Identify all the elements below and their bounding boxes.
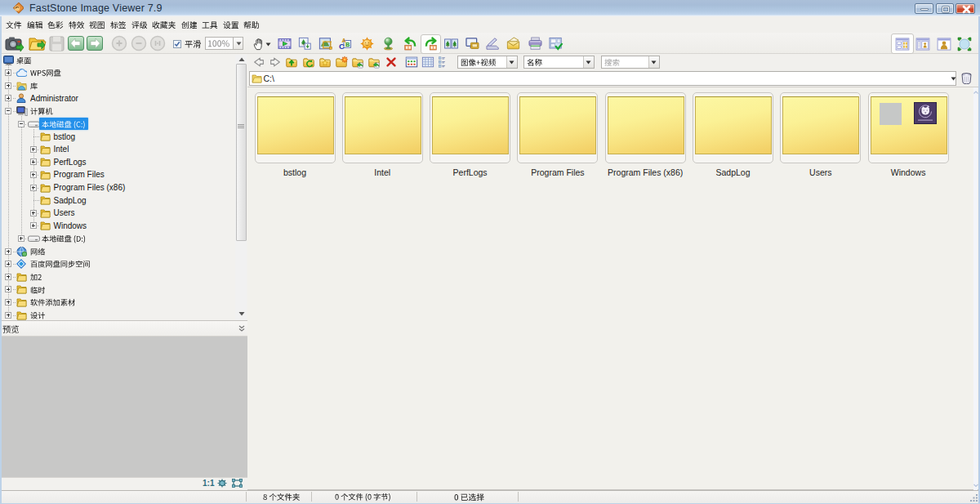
svg-text:C: C	[339, 41, 345, 50]
svg-text:B: B	[345, 41, 350, 48]
